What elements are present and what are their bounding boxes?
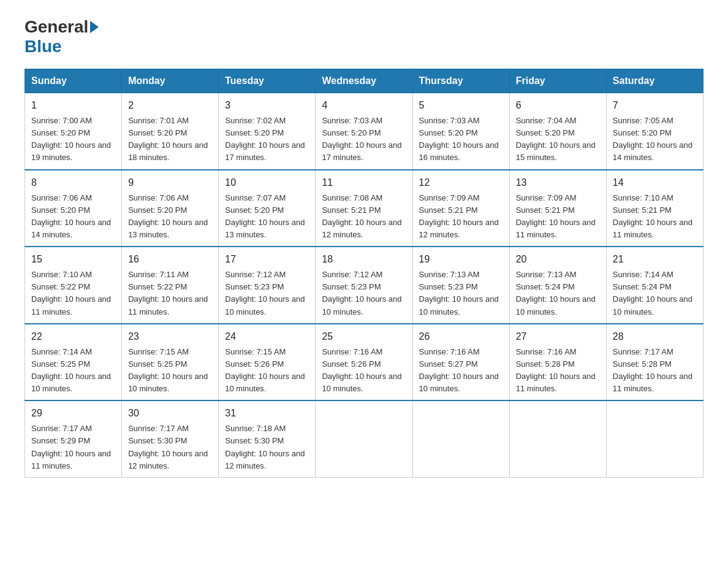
calendar-day-cell: 22 Sunrise: 7:14 AMSunset: 5:25 PMDaylig… <box>25 324 122 401</box>
calendar-day-cell: 20 Sunrise: 7:13 AMSunset: 5:24 PMDaylig… <box>509 247 606 324</box>
calendar-day-cell <box>316 400 412 477</box>
calendar-week-row: 15 Sunrise: 7:10 AMSunset: 5:22 PMDaylig… <box>25 247 703 324</box>
day-number: 23 <box>128 329 212 344</box>
day-info: Sunrise: 7:09 AMSunset: 5:21 PMDaylight:… <box>419 193 499 239</box>
day-info: Sunrise: 7:03 AMSunset: 5:20 PMDaylight:… <box>419 116 499 162</box>
calendar-week-row: 1 Sunrise: 7:00 AMSunset: 5:20 PMDayligh… <box>25 93 703 170</box>
calendar-day-cell: 4 Sunrise: 7:03 AMSunset: 5:20 PMDayligh… <box>316 93 412 170</box>
calendar-day-cell: 23 Sunrise: 7:15 AMSunset: 5:25 PMDaylig… <box>122 324 219 401</box>
weekday-header-saturday: Saturday <box>606 69 703 93</box>
day-number: 3 <box>225 98 309 113</box>
day-number: 20 <box>516 252 600 267</box>
day-info: Sunrise: 7:01 AMSunset: 5:20 PMDaylight:… <box>128 116 208 162</box>
calendar-week-row: 29 Sunrise: 7:17 AMSunset: 5:29 PMDaylig… <box>25 400 703 477</box>
day-info: Sunrise: 7:00 AMSunset: 5:20 PMDaylight:… <box>31 116 111 162</box>
day-info: Sunrise: 7:18 AMSunset: 5:30 PMDaylight:… <box>225 424 305 470</box>
day-info: Sunrise: 7:16 AMSunset: 5:27 PMDaylight:… <box>419 347 499 393</box>
day-number: 27 <box>516 329 600 344</box>
calendar-day-cell: 12 Sunrise: 7:09 AMSunset: 5:21 PMDaylig… <box>412 170 509 247</box>
logo-arrow-icon <box>90 21 99 33</box>
calendar-table: SundayMondayTuesdayWednesdayThursdayFrid… <box>25 69 703 478</box>
weekday-header-monday: Monday <box>122 69 219 93</box>
calendar-week-row: 8 Sunrise: 7:06 AMSunset: 5:20 PMDayligh… <box>25 170 703 247</box>
calendar-day-cell: 31 Sunrise: 7:18 AMSunset: 5:30 PMDaylig… <box>219 400 316 477</box>
calendar-day-cell: 5 Sunrise: 7:03 AMSunset: 5:20 PMDayligh… <box>412 93 509 170</box>
calendar-day-cell: 7 Sunrise: 7:05 AMSunset: 5:20 PMDayligh… <box>606 93 703 170</box>
day-number: 2 <box>128 98 212 113</box>
calendar-day-cell: 3 Sunrise: 7:02 AMSunset: 5:20 PMDayligh… <box>219 93 316 170</box>
day-number: 25 <box>322 329 406 344</box>
day-info: Sunrise: 7:11 AMSunset: 5:22 PMDaylight:… <box>128 270 208 316</box>
day-info: Sunrise: 7:02 AMSunset: 5:20 PMDaylight:… <box>225 116 305 162</box>
day-number: 15 <box>31 252 115 267</box>
day-number: 19 <box>419 252 503 267</box>
day-number: 24 <box>225 329 309 344</box>
day-info: Sunrise: 7:13 AMSunset: 5:23 PMDaylight:… <box>419 270 499 316</box>
calendar-day-cell: 24 Sunrise: 7:15 AMSunset: 5:26 PMDaylig… <box>219 324 316 401</box>
calendar-day-cell <box>606 400 703 477</box>
calendar-day-cell: 19 Sunrise: 7:13 AMSunset: 5:23 PMDaylig… <box>412 247 509 324</box>
calendar-day-cell: 21 Sunrise: 7:14 AMSunset: 5:24 PMDaylig… <box>606 247 703 324</box>
day-info: Sunrise: 7:09 AMSunset: 5:21 PMDaylight:… <box>516 193 596 239</box>
day-info: Sunrise: 7:10 AMSunset: 5:21 PMDaylight:… <box>613 193 692 239</box>
day-info: Sunrise: 7:13 AMSunset: 5:24 PMDaylight:… <box>516 270 596 316</box>
calendar-day-cell: 29 Sunrise: 7:17 AMSunset: 5:29 PMDaylig… <box>25 400 122 477</box>
calendar-day-cell: 30 Sunrise: 7:17 AMSunset: 5:30 PMDaylig… <box>122 400 219 477</box>
calendar-week-row: 22 Sunrise: 7:14 AMSunset: 5:25 PMDaylig… <box>25 324 703 401</box>
logo-general: General <box>25 18 88 36</box>
day-info: Sunrise: 7:12 AMSunset: 5:23 PMDaylight:… <box>322 270 401 316</box>
day-number: 6 <box>516 98 600 113</box>
day-info: Sunrise: 7:16 AMSunset: 5:26 PMDaylight:… <box>322 347 401 393</box>
calendar-day-cell <box>412 400 509 477</box>
day-info: Sunrise: 7:03 AMSunset: 5:20 PMDaylight:… <box>322 116 401 162</box>
calendar-day-cell: 14 Sunrise: 7:10 AMSunset: 5:21 PMDaylig… <box>606 170 703 247</box>
day-number: 26 <box>419 329 503 344</box>
day-info: Sunrise: 7:07 AMSunset: 5:20 PMDaylight:… <box>225 193 305 239</box>
day-info: Sunrise: 7:04 AMSunset: 5:20 PMDaylight:… <box>516 116 596 162</box>
weekday-header-friday: Friday <box>509 69 606 93</box>
calendar-day-cell: 28 Sunrise: 7:17 AMSunset: 5:28 PMDaylig… <box>606 324 703 401</box>
weekday-header-wednesday: Wednesday <box>316 69 412 93</box>
calendar-day-cell: 2 Sunrise: 7:01 AMSunset: 5:20 PMDayligh… <box>122 93 219 170</box>
header: General Blue <box>25 18 703 56</box>
calendar-day-cell: 25 Sunrise: 7:16 AMSunset: 5:26 PMDaylig… <box>316 324 412 401</box>
weekday-header-row: SundayMondayTuesdayWednesdayThursdayFrid… <box>25 69 703 93</box>
day-number: 22 <box>31 329 115 344</box>
calendar-day-cell <box>509 400 606 477</box>
calendar-day-cell: 1 Sunrise: 7:00 AMSunset: 5:20 PMDayligh… <box>25 93 122 170</box>
calendar-day-cell: 8 Sunrise: 7:06 AMSunset: 5:20 PMDayligh… <box>25 170 122 247</box>
page-container: General Blue SundayMondayTuesdayWednesda… <box>25 18 703 478</box>
day-number: 5 <box>419 98 503 113</box>
day-info: Sunrise: 7:16 AMSunset: 5:28 PMDaylight:… <box>516 347 596 393</box>
day-info: Sunrise: 7:05 AMSunset: 5:20 PMDaylight:… <box>613 116 692 162</box>
day-number: 10 <box>225 175 309 190</box>
calendar-day-cell: 9 Sunrise: 7:06 AMSunset: 5:20 PMDayligh… <box>122 170 219 247</box>
day-number: 30 <box>128 406 212 421</box>
calendar-day-cell: 18 Sunrise: 7:12 AMSunset: 5:23 PMDaylig… <box>316 247 412 324</box>
day-info: Sunrise: 7:08 AMSunset: 5:21 PMDaylight:… <box>322 193 401 239</box>
day-info: Sunrise: 7:17 AMSunset: 5:28 PMDaylight:… <box>613 347 692 393</box>
day-info: Sunrise: 7:06 AMSunset: 5:20 PMDaylight:… <box>128 193 208 239</box>
day-number: 7 <box>613 98 697 113</box>
weekday-header-sunday: Sunday <box>25 69 122 93</box>
calendar-day-cell: 17 Sunrise: 7:12 AMSunset: 5:23 PMDaylig… <box>219 247 316 324</box>
day-number: 29 <box>31 406 115 421</box>
calendar-day-cell: 11 Sunrise: 7:08 AMSunset: 5:21 PMDaylig… <box>316 170 412 247</box>
day-number: 8 <box>31 175 115 190</box>
logo-blue: Blue <box>25 37 62 56</box>
day-number: 14 <box>613 175 697 190</box>
day-number: 28 <box>613 329 697 344</box>
day-number: 16 <box>128 252 212 267</box>
day-number: 4 <box>322 98 406 113</box>
calendar-day-cell: 15 Sunrise: 7:10 AMSunset: 5:22 PMDaylig… <box>25 247 122 324</box>
logo-area: General Blue <box>25 18 100 56</box>
calendar-day-cell: 10 Sunrise: 7:07 AMSunset: 5:20 PMDaylig… <box>219 170 316 247</box>
day-number: 1 <box>31 98 115 113</box>
calendar-day-cell: 16 Sunrise: 7:11 AMSunset: 5:22 PMDaylig… <box>122 247 219 324</box>
day-info: Sunrise: 7:15 AMSunset: 5:26 PMDaylight:… <box>225 347 305 393</box>
calendar-day-cell: 27 Sunrise: 7:16 AMSunset: 5:28 PMDaylig… <box>509 324 606 401</box>
day-number: 12 <box>419 175 503 190</box>
day-info: Sunrise: 7:06 AMSunset: 5:20 PMDaylight:… <box>31 193 111 239</box>
calendar-day-cell: 6 Sunrise: 7:04 AMSunset: 5:20 PMDayligh… <box>509 93 606 170</box>
day-info: Sunrise: 7:12 AMSunset: 5:23 PMDaylight:… <box>225 270 305 316</box>
